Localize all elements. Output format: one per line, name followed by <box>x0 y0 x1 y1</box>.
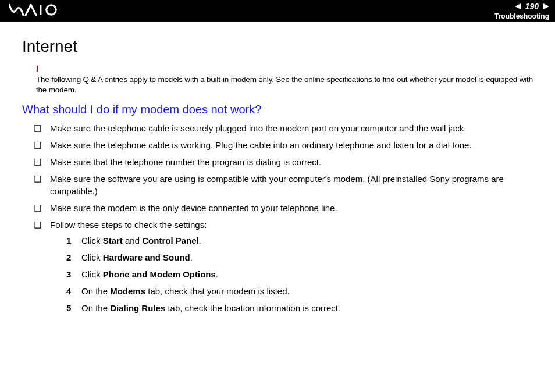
bullet-intro: Follow these steps to check the settings… <box>50 220 207 230</box>
step-item: 1 Click Start and Control Panel. <box>66 234 536 247</box>
bullet-text: Make sure the telephone cable is working… <box>50 139 536 151</box>
bullet-list: ❑ Make sure the telephone cable is secur… <box>34 122 536 319</box>
step-item: 5 On the Dialing Rules tab, check the lo… <box>66 302 536 314</box>
list-item: ❑ Make sure that the telephone number th… <box>34 156 536 168</box>
step-text: Click Start and Control Panel. <box>81 234 536 247</box>
step-number: 5 <box>66 302 81 314</box>
note-text: The following Q & A entries apply to mod… <box>36 74 536 95</box>
section-name: Troubleshooting <box>494 12 549 20</box>
note-block: ! The following Q & A entries apply to m… <box>36 64 536 95</box>
bullet-text: Follow these steps to check the settings… <box>50 219 536 319</box>
bullet-icon: ❑ <box>34 139 50 151</box>
bullet-icon: ❑ <box>34 156 50 168</box>
page-nav: 190 <box>494 2 549 11</box>
list-item: ❑ Follow these steps to check the settin… <box>34 219 536 319</box>
step-item: 4 On the Modems tab, check that your mod… <box>66 285 536 297</box>
bullet-text: Make sure the telephone cable is securel… <box>50 122 536 134</box>
page-number: 190 <box>523 2 541 11</box>
note-bang-icon: ! <box>36 64 536 73</box>
list-item: ❑ Make sure the telephone cable is secur… <box>34 122 536 134</box>
list-item: ❑ Make sure the modem is the only device… <box>34 202 536 214</box>
step-list: 1 Click Start and Control Panel. 2 Click… <box>66 234 536 314</box>
step-number: 4 <box>66 285 81 297</box>
svg-point-1 <box>47 5 56 15</box>
header-bar: 190 Troubleshooting <box>0 0 555 22</box>
step-text: On the Modems tab, check that your modem… <box>81 285 536 297</box>
next-page-arrow-icon[interactable] <box>543 3 549 9</box>
step-text: Click Hardware and Sound. <box>81 251 536 263</box>
page-title: Internet <box>22 37 536 56</box>
step-text: Click Phone and Modem Options. <box>81 268 536 280</box>
svg-rect-0 <box>40 5 41 15</box>
header-right: 190 Troubleshooting <box>494 2 549 20</box>
bullet-icon: ❑ <box>34 122 50 134</box>
step-item: 3 Click Phone and Modem Options. <box>66 268 536 280</box>
step-number: 2 <box>66 251 81 263</box>
content: Internet ! The following Q & A entries a… <box>0 22 555 319</box>
bullet-icon: ❑ <box>34 219 50 231</box>
vaio-logo-svg <box>9 4 63 16</box>
bullet-text: Make sure that the telephone number the … <box>50 156 536 168</box>
list-item: ❑ Make sure the telephone cable is worki… <box>34 139 536 151</box>
vaio-logo <box>9 3 63 19</box>
step-text: On the Dialing Rules tab, check the loca… <box>81 302 536 314</box>
bullet-icon: ❑ <box>34 173 50 185</box>
question-heading: What should I do if my modem does not wo… <box>22 103 536 116</box>
list-item: ❑ Make sure the software you are using i… <box>34 173 536 197</box>
bullet-icon: ❑ <box>34 202 50 214</box>
prev-page-arrow-icon[interactable] <box>515 3 521 9</box>
bullet-text: Make sure the software you are using is … <box>50 173 536 197</box>
step-number: 1 <box>66 234 81 247</box>
step-number: 3 <box>66 268 81 280</box>
bullet-text: Make sure the modem is the only device c… <box>50 202 536 214</box>
step-item: 2 Click Hardware and Sound. <box>66 251 536 263</box>
